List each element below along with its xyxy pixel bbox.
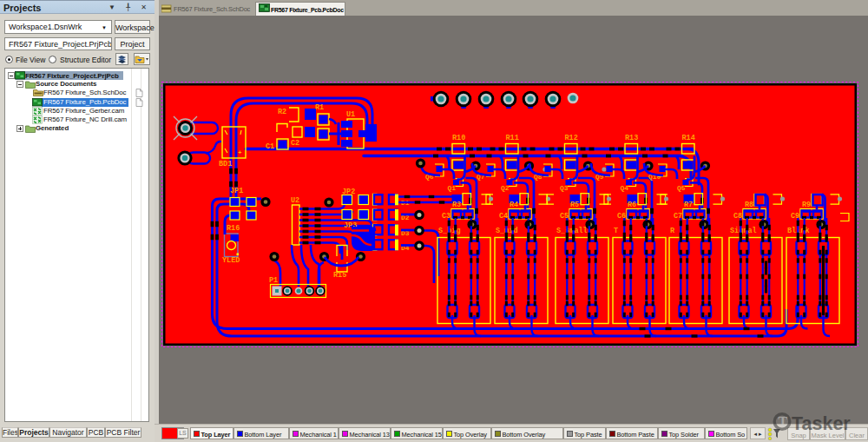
svg-text:+: + <box>238 148 242 156</box>
svg-text:R3: R3 <box>452 201 461 209</box>
svg-text:R14: R14 <box>682 134 695 142</box>
svg-text:R15: R15 <box>333 271 346 280</box>
svg-text:U2: U2 <box>291 196 299 205</box>
svg-text:JP1: JP1 <box>230 187 243 195</box>
svg-text:P1: P1 <box>269 276 278 285</box>
svg-text:R5: R5 <box>570 201 579 209</box>
svg-text:T: T <box>779 414 788 429</box>
svg-text:Q5: Q5 <box>677 184 686 192</box>
svg-text:R9: R9 <box>802 201 811 209</box>
svg-text:YLED: YLED <box>222 256 240 265</box>
svg-text:R11: R11 <box>506 134 519 142</box>
svg-text:BD1: BD1 <box>219 160 232 168</box>
svg-text:S_small: S_small <box>556 227 588 235</box>
svg-text:R7: R7 <box>684 201 693 209</box>
svg-text:Q3: Q3 <box>560 184 569 192</box>
svg-text:R16: R16 <box>227 224 240 233</box>
svg-text:Q2: Q2 <box>501 184 510 192</box>
svg-text:R10: R10 <box>452 134 465 142</box>
svg-text:C1: C1 <box>266 142 274 151</box>
svg-text:R12: R12 <box>565 134 578 142</box>
svg-text:Q1: Q1 <box>448 184 457 192</box>
svg-text:R1: R1 <box>315 103 324 112</box>
svg-text:R: R <box>670 227 675 235</box>
svg-text:R4: R4 <box>510 201 518 209</box>
svg-text:R13: R13 <box>625 134 638 142</box>
svg-text:Signal: Signal <box>730 227 757 235</box>
svg-text:C2: C2 <box>291 139 299 148</box>
svg-text:R2: R2 <box>278 108 286 116</box>
svg-text:U1: U1 <box>346 110 355 119</box>
svg-text:T: T <box>614 227 618 235</box>
svg-text:R6: R6 <box>628 201 636 209</box>
svg-text:Tasker: Tasker <box>792 413 851 434</box>
svg-text:R8: R8 <box>745 201 753 209</box>
svg-text:Q4: Q4 <box>621 184 629 192</box>
